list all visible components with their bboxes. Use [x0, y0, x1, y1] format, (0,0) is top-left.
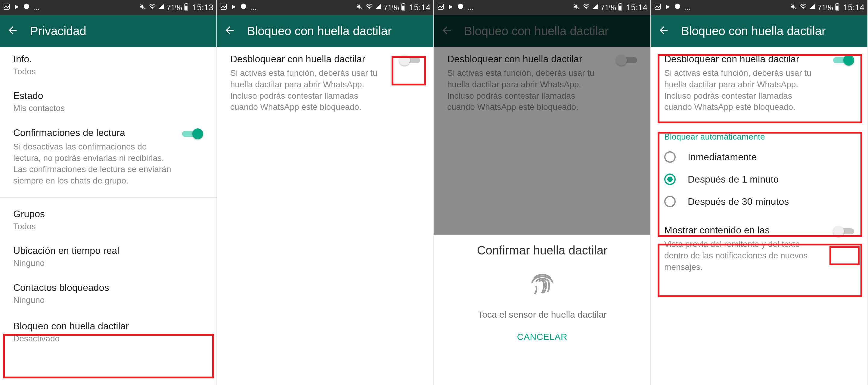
setting-unlock-fingerprint[interactable]: Desbloquear con huella dactilar Si activ… — [651, 47, 867, 120]
setting-label: Mostrar contenido en las — [664, 224, 809, 236]
svg-point-29 — [675, 4, 680, 9]
screen-privacy: ... 71% 15:13 Privacidad Info. — [0, 0, 217, 385]
signal-icon — [158, 3, 165, 12]
app-bar: Privacidad — [0, 15, 216, 47]
setting-live-location[interactable]: Ubicación en tiempo real Ninguno — [0, 238, 216, 275]
back-arrow-icon[interactable] — [658, 24, 670, 38]
back-arrow-icon[interactable] — [224, 24, 236, 38]
setting-label: Grupos — [13, 208, 203, 220]
status-more: ... — [33, 3, 40, 12]
back-arrow-icon[interactable] — [7, 24, 19, 38]
status-bar: ... 71% 15:14 — [217, 0, 433, 15]
option-label: Inmediatamente — [688, 152, 757, 163]
wifi-icon — [148, 3, 156, 12]
autolock-option-immediate[interactable]: Inmediatamente — [651, 146, 867, 168]
setting-label: Contactos bloqueados — [13, 282, 203, 294]
screen-fingerprint-off: ... 71% 15:14 Bloqueo con huella dactila… — [217, 0, 434, 385]
mute-icon — [140, 3, 147, 12]
svg-point-22 — [586, 8, 587, 9]
dialog-sub: Toca el sensor de huella dactilar — [478, 310, 607, 320]
signal-icon — [375, 3, 382, 12]
setting-info[interactable]: Info. Todos — [0, 47, 216, 84]
setting-read-receipts[interactable]: Confirmaciones de lectura Si desactivas … — [0, 121, 216, 193]
chat-bubble-icon — [240, 3, 247, 12]
chat-bubble-icon — [674, 3, 681, 12]
battery-icon — [401, 3, 406, 12]
cancel-button[interactable]: CANCELAR — [517, 332, 567, 342]
setting-sub: Mis contactos — [13, 103, 203, 114]
play-icon — [230, 3, 237, 12]
status-more: ... — [467, 3, 474, 12]
image-icon — [437, 3, 444, 12]
dialog-title: Confirmar huella dactilar — [477, 244, 608, 257]
image-icon — [3, 3, 10, 12]
status-bar: ... 71% 15:14 — [651, 0, 867, 15]
divider — [0, 197, 216, 198]
setting-desc: Vista previa del remitente y del texto d… — [664, 238, 809, 272]
wifi-icon — [799, 3, 807, 12]
status-more: ... — [250, 3, 257, 12]
settings-list: Info. Todos Estado Mis contactos Confirm… — [0, 47, 216, 385]
svg-marker-10 — [232, 4, 236, 9]
status-bar: ... 71% 15:14 — [434, 0, 650, 15]
show-content-toggle[interactable] — [833, 226, 854, 237]
svg-marker-5 — [159, 4, 164, 9]
svg-point-4 — [152, 8, 153, 9]
setting-sub: Todos — [13, 221, 203, 232]
signal-icon — [592, 3, 599, 12]
setting-sub: Desactivado — [13, 333, 203, 344]
setting-desc: Si desactivas las confirmaciones de lect… — [13, 141, 176, 187]
option-label: Después de 1 minuto — [688, 174, 779, 185]
setting-label: Bloqueo con huella dactilar — [13, 320, 203, 332]
setting-label: Desbloquear con huella dactilar — [230, 53, 384, 65]
battery-text: 71% — [600, 3, 616, 12]
clock: 15:14 — [843, 3, 864, 12]
clock: 15:13 — [192, 3, 213, 12]
svg-marker-32 — [810, 4, 815, 9]
svg-marker-14 — [376, 4, 381, 9]
autolock-option-1min[interactable]: Después de 1 minuto — [651, 168, 867, 190]
radio-icon — [664, 173, 676, 185]
setting-fingerprint-lock[interactable]: Bloqueo con huella dactilar Desactivado — [0, 312, 216, 351]
battery-icon — [184, 3, 189, 12]
setting-status[interactable]: Estado Mis contactos — [0, 84, 216, 120]
svg-rect-16 — [403, 3, 404, 4]
status-more: ... — [684, 3, 691, 12]
fingerprint-icon — [526, 266, 559, 300]
svg-rect-25 — [620, 3, 621, 4]
setting-blocked-contacts[interactable]: Contactos bloqueados Ninguno — [0, 276, 216, 312]
page-title: Bloqueo con huella dactilar — [247, 24, 392, 38]
setting-unlock-fingerprint[interactable]: Desbloquear con huella dactilar Si activ… — [217, 47, 433, 120]
setting-sub: Ninguno — [13, 258, 203, 268]
unlock-fingerprint-toggle[interactable] — [399, 55, 420, 66]
setting-sub: Todos — [13, 66, 203, 77]
setting-groups[interactable]: Grupos Todos — [0, 202, 216, 238]
play-icon — [447, 3, 454, 12]
svg-marker-1 — [15, 4, 19, 9]
app-bar: Bloqueo con huella dactilar — [651, 15, 867, 47]
setting-label: Estado — [13, 90, 203, 102]
setting-show-content[interactable]: Mostrar contenido en las Vista previa de… — [651, 218, 867, 279]
autolock-heading: Bloquear automáticamente — [651, 126, 867, 146]
setting-sub: Ninguno — [13, 295, 203, 306]
mute-icon — [356, 3, 364, 12]
battery-icon — [835, 3, 840, 12]
read-receipts-toggle[interactable] — [182, 128, 203, 139]
svg-point-11 — [241, 4, 246, 9]
page-title: Bloqueo con huella dactilar — [681, 24, 826, 38]
svg-point-2 — [24, 4, 29, 9]
clock: 15:14 — [626, 3, 647, 12]
svg-point-13 — [369, 8, 370, 9]
setting-desc: Si activas esta función, deberás usar tu… — [664, 67, 818, 113]
unlock-fingerprint-toggle[interactable] — [833, 55, 854, 66]
option-label: Después de 30 minutos — [688, 196, 789, 207]
setting-desc: Si activas esta función, deberás usar tu… — [230, 67, 384, 113]
wifi-icon — [365, 3, 373, 12]
play-icon — [13, 3, 20, 12]
svg-rect-26 — [619, 6, 621, 10]
autolock-option-30min[interactable]: Después de 30 minutos — [651, 190, 867, 213]
fingerprint-dialog: Confirmar huella dactilar Toca el sensor… — [434, 235, 650, 385]
svg-rect-34 — [837, 3, 838, 4]
svg-marker-19 — [449, 4, 453, 9]
chat-bubble-icon — [457, 3, 464, 12]
